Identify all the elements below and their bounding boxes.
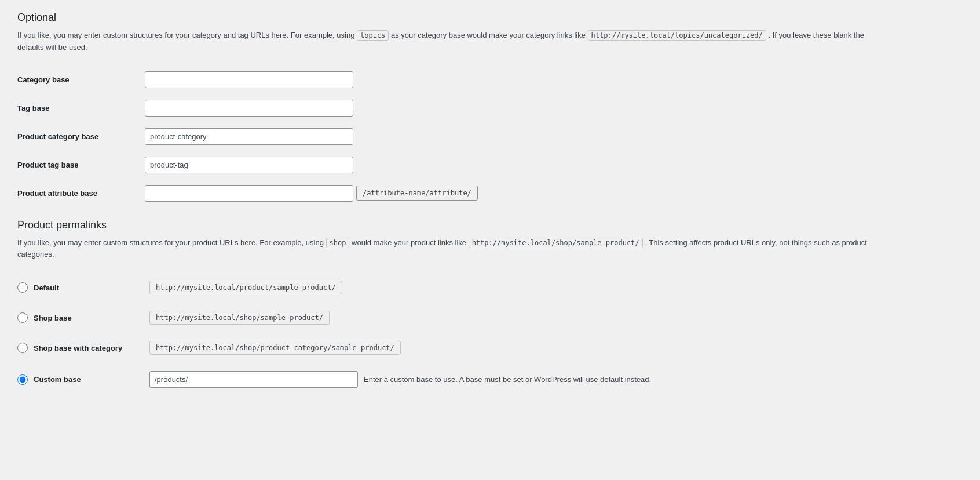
optional-desc-text2: as your category base would make your ca…	[391, 31, 588, 39]
tag-base-label: Tag base	[17, 94, 145, 122]
shop-base-category-radio[interactable]	[17, 343, 28, 353]
shop-base-category-radio-label[interactable]: Shop base with category	[34, 344, 149, 352]
shop-base-url: http://mysite.local/shop/sample-product/	[149, 311, 330, 325]
optional-description: If you like, you may enter custom struct…	[17, 30, 886, 54]
product-attribute-base-row: Product attribute base /attribute-name/a…	[17, 179, 963, 208]
product-tag-base-input[interactable]	[145, 157, 353, 173]
category-base-label: Category base	[17, 66, 145, 94]
default-radio[interactable]	[17, 282, 28, 293]
shop-base-category-url: http://mysite.local/shop/product-categor…	[149, 341, 401, 355]
category-base-input[interactable]	[145, 71, 353, 88]
product-permalinks-description: If you like, you may enter custom struct…	[17, 237, 886, 261]
custom-base-radio-label[interactable]: Custom base	[34, 375, 149, 384]
shop-base-category-radio-row: Shop base with category http://mysite.lo…	[17, 333, 963, 363]
shop-base-radio-label[interactable]: Shop base	[34, 314, 149, 322]
product-tag-base-label: Product tag base	[17, 151, 145, 179]
default-radio-label[interactable]: Default	[34, 283, 149, 292]
custom-base-radio[interactable]	[17, 374, 28, 385]
custom-base-radio-row: Custom base Enter a custom base to use. …	[17, 363, 963, 396]
optional-fields-table: Category base Tag base Product category …	[17, 66, 963, 208]
topics-code: topics	[357, 30, 389, 41]
permalink-options: Default http://mysite.local/product/samp…	[17, 272, 963, 396]
category-base-row: Category base	[17, 66, 963, 94]
pp-desc-text1: If you like, you may enter custom struct…	[17, 238, 326, 247]
attribute-input-wrapper: /attribute-name/attribute/	[145, 185, 963, 202]
product-attribute-base-label: Product attribute base	[17, 179, 145, 208]
product-category-base-input[interactable]	[145, 128, 353, 145]
shop-code: shop	[326, 238, 350, 248]
tag-base-input[interactable]	[145, 100, 353, 117]
custom-base-input[interactable]	[149, 371, 358, 388]
default-radio-row: Default http://mysite.local/product/samp…	[17, 272, 963, 303]
category-url-example: http://mysite.local/topics/uncategorized…	[588, 30, 766, 41]
product-category-base-row: Product category base	[17, 122, 963, 151]
shop-base-radio[interactable]	[17, 312, 28, 323]
product-tag-base-row: Product tag base	[17, 151, 963, 179]
shop-url-example: http://mysite.local/shop/sample-product/	[469, 238, 643, 248]
pp-desc-text2: would make your product links like	[352, 238, 469, 247]
custom-base-hint: Enter a custom base to use. A base must …	[364, 375, 651, 384]
default-url: http://mysite.local/product/sample-produ…	[149, 281, 342, 294]
optional-title: Optional	[17, 12, 963, 24]
tag-base-row: Tag base	[17, 94, 963, 122]
product-permalinks-title: Product permalinks	[17, 219, 963, 231]
product-category-base-label: Product category base	[17, 122, 145, 151]
shop-base-radio-row: Shop base http://mysite.local/shop/sampl…	[17, 303, 963, 333]
attribute-suffix: /attribute-name/attribute/	[356, 186, 478, 201]
optional-desc-text1: If you like, you may enter custom struct…	[17, 31, 357, 39]
product-attribute-base-input[interactable]	[145, 185, 353, 202]
